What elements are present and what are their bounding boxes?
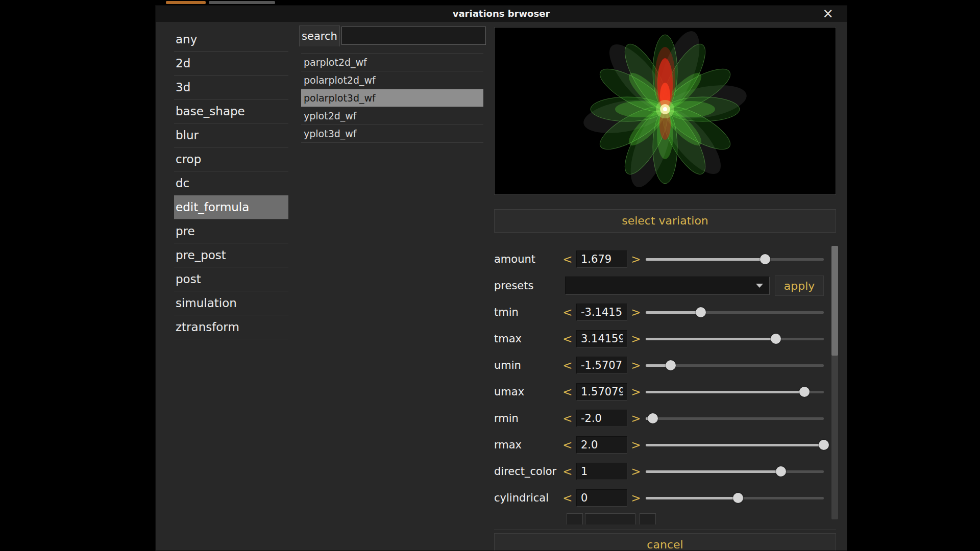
- category-item-crop[interactable]: crop: [174, 147, 288, 171]
- search-input[interactable]: [341, 27, 486, 45]
- slider-thumb[interactable]: [771, 334, 781, 344]
- clipped-decrement-box: [567, 513, 583, 524]
- slider-thumb[interactable]: [799, 387, 810, 397]
- param-value-umax[interactable]: [576, 383, 627, 400]
- decrement-button-rmax[interactable]: <: [562, 438, 573, 452]
- category-item-dc[interactable]: dc: [174, 171, 288, 195]
- slider-thumb[interactable]: [760, 254, 770, 264]
- increment-button-umax[interactable]: >: [630, 385, 642, 398]
- param-row-presets: presetsapply: [494, 272, 836, 299]
- variation-item-yplot3d_wf[interactable]: yplot3d_wf: [301, 125, 483, 143]
- scrollbar-thumb[interactable]: [831, 246, 838, 356]
- variation-preview: [494, 27, 836, 195]
- decrement-button-cylindrical[interactable]: <: [562, 491, 573, 505]
- slider-fill: [646, 470, 781, 473]
- background-text-sliver: [209, 1, 275, 4]
- slider-track: [646, 391, 824, 393]
- screen: variations brwoser × any2d3dbase_shapebl…: [0, 0, 980, 551]
- param-value-tmax[interactable]: [576, 330, 627, 347]
- titlebar[interactable]: variations brwoser ×: [156, 6, 847, 22]
- param-value-rmax[interactable]: [576, 436, 627, 454]
- param-slider-umin[interactable]: [646, 352, 824, 379]
- window-title: variations brwoser: [156, 6, 847, 22]
- category-item-pre[interactable]: pre: [174, 219, 288, 243]
- param-slider-rmin[interactable]: [646, 405, 824, 432]
- param-value-direct_color[interactable]: [576, 463, 627, 480]
- increment-button-tmax[interactable]: >: [630, 332, 642, 345]
- slider-thumb[interactable]: [733, 493, 743, 503]
- category-item-blur[interactable]: blur: [174, 123, 288, 147]
- decrement-button-tmax[interactable]: <: [562, 332, 573, 345]
- slider-thumb[interactable]: [776, 466, 786, 477]
- decrement-button-rmin[interactable]: <: [562, 412, 573, 425]
- param-row-tmin: tmin<>: [494, 299, 836, 325]
- increment-button-tmin[interactable]: >: [630, 306, 642, 319]
- variation-list: parplot2d_wfpolarplot2d_wfpolarplot3d_wf…: [301, 53, 483, 143]
- slider-thumb[interactable]: [819, 440, 829, 450]
- decrement-button-umax[interactable]: <: [562, 385, 573, 398]
- decrement-button-direct_color[interactable]: <: [562, 465, 573, 478]
- presets-dropdown[interactable]: [565, 277, 770, 295]
- category-item-simulation[interactable]: simulation: [174, 291, 288, 315]
- param-row-rmin: rmin<>: [494, 405, 836, 432]
- background-text-sliver: [166, 1, 206, 4]
- slider-fill: [646, 497, 738, 499]
- tab-search[interactable]: search: [299, 26, 340, 46]
- slider-fill: [646, 311, 701, 314]
- param-slider-umax[interactable]: [646, 379, 824, 405]
- variation-panel: select variation amount<>presetsapplytmi…: [494, 27, 838, 550]
- category-item-any[interactable]: any: [174, 28, 288, 52]
- category-item-ztransform[interactable]: ztransform: [174, 315, 288, 339]
- category-item-edit_formula[interactable]: edit_formula: [174, 195, 288, 219]
- param-label-cylindrical: cylindrical: [494, 492, 562, 504]
- category-item-pre_post[interactable]: pre_post: [174, 243, 288, 267]
- select-variation-button[interactable]: select variation: [494, 209, 836, 233]
- variation-item-yplot2d_wf[interactable]: yplot2d_wf: [301, 107, 483, 125]
- close-button[interactable]: ×: [822, 6, 834, 21]
- param-value-umin[interactable]: [576, 357, 627, 374]
- category-item-base_shape[interactable]: base_shape: [174, 99, 288, 123]
- cancel-button[interactable]: cancel: [494, 533, 836, 551]
- slider-thumb[interactable]: [666, 360, 676, 370]
- param-label-umax: umax: [494, 386, 562, 398]
- category-item-2d[interactable]: 2d: [174, 52, 288, 76]
- param-row-direct_color: direct_color<>: [494, 458, 836, 485]
- param-slider-tmax[interactable]: [646, 325, 824, 352]
- param-slider-amount[interactable]: [646, 246, 824, 272]
- param-slider-tmin[interactable]: [646, 299, 824, 325]
- param-value-cylindrical[interactable]: [576, 489, 627, 507]
- decrement-button-umin[interactable]: <: [562, 359, 573, 372]
- clipped-value-box: [585, 513, 635, 524]
- search-panel: search parplot2d_wfpolarplot2d_wfpolarpl…: [297, 26, 486, 550]
- param-row-umax: umax<>: [494, 379, 836, 405]
- parameters-scrollbar[interactable]: [831, 246, 838, 519]
- param-label-tmax: tmax: [494, 333, 562, 345]
- decrement-button-amount[interactable]: <: [562, 253, 573, 266]
- apply-button[interactable]: apply: [775, 276, 824, 296]
- category-item-3d[interactable]: 3d: [174, 76, 288, 99]
- param-value-rmin[interactable]: [576, 410, 627, 427]
- slider-thumb[interactable]: [696, 307, 706, 317]
- param-slider-rmax[interactable]: [646, 432, 824, 458]
- category-item-post[interactable]: post: [174, 267, 288, 291]
- clipped-increment-box: [640, 513, 656, 524]
- increment-button-umin[interactable]: >: [630, 359, 642, 372]
- param-slider-direct_color[interactable]: [646, 458, 824, 485]
- param-row-amount: amount<>: [494, 246, 836, 272]
- parameter-list: amount<>presetsapplytmin<>tmax<>umin<>um…: [494, 246, 836, 511]
- slider-thumb[interactable]: [648, 413, 658, 423]
- increment-button-direct_color[interactable]: >: [630, 465, 642, 478]
- increment-button-cylindrical[interactable]: >: [630, 491, 642, 505]
- search-tab-label: search: [302, 30, 337, 42]
- increment-button-rmin[interactable]: >: [630, 412, 642, 425]
- variation-item-polarplot3d_wf[interactable]: polarplot3d_wf: [301, 89, 483, 107]
- param-value-tmin[interactable]: [576, 304, 627, 321]
- param-value-amount[interactable]: [576, 251, 627, 268]
- variation-item-polarplot2d_wf[interactable]: polarplot2d_wf: [301, 71, 483, 89]
- decrement-button-tmin[interactable]: <: [562, 306, 573, 319]
- param-slider-cylindrical[interactable]: [646, 485, 824, 511]
- increment-button-rmax[interactable]: >: [630, 438, 642, 452]
- variation-item-parplot2d_wf[interactable]: parplot2d_wf: [301, 54, 483, 71]
- increment-button-amount[interactable]: >: [630, 253, 642, 266]
- param-row-cylindrical: cylindrical<>: [494, 485, 836, 511]
